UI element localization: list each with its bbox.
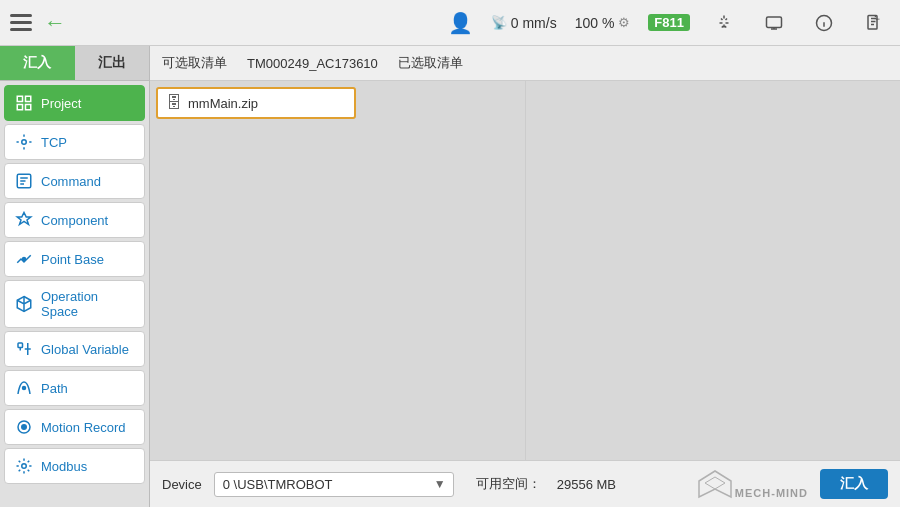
sidebar-item-project[interactable]: Project xyxy=(4,85,145,121)
sidebar-item-operation-space-label: Operation Space xyxy=(41,289,134,319)
svg-point-13 xyxy=(23,387,26,390)
sidebar: 汇入 汇出 Project TCP xyxy=(0,46,150,507)
selected-list-panel xyxy=(526,81,901,460)
sidebar-item-motion-record-label: Motion Record xyxy=(41,420,126,435)
tcp-icon xyxy=(15,133,33,151)
f811-badge: F811 xyxy=(648,14,690,31)
sidebar-item-tcp[interactable]: TCP xyxy=(4,124,145,160)
bottom-import-button[interactable]: 汇入 xyxy=(820,469,888,499)
sidebar-item-component[interactable]: Component xyxy=(4,202,145,238)
robot-icon-status: 👤 xyxy=(448,11,473,35)
grid-icon xyxy=(15,94,33,112)
sidebar-nav: Project TCP Command Component xyxy=(0,81,149,507)
content-area: 可选取清单 TM000249_AC173610 已选取清单 🗄 mmMain.z… xyxy=(150,46,900,507)
sidebar-item-tcp-label: TCP xyxy=(41,135,67,150)
svg-point-16 xyxy=(22,464,27,469)
device-select[interactable]: 0 \USB\TMROBOT xyxy=(214,472,454,497)
import-tab[interactable]: 汇入 xyxy=(0,46,75,80)
sidebar-item-point-base-label: Point Base xyxy=(41,252,104,267)
space-value: 29556 MB xyxy=(557,477,616,492)
lists-container: 🗄 mmMain.zip xyxy=(150,81,900,460)
menu-icon[interactable] xyxy=(10,14,32,31)
top-bar: ← 👤 📡 0 mm/s 100 % ⚙ F811 xyxy=(0,0,900,46)
sidebar-item-modbus-label: Modbus xyxy=(41,459,87,474)
modbus-icon xyxy=(15,457,33,475)
percent-value: 100 % xyxy=(575,15,615,31)
selected-list-label: 已选取清单 xyxy=(398,54,463,72)
bottom-bar: Device 0 \USB\TMROBOT ▼ 可用空间： 29556 MB M… xyxy=(150,460,900,507)
command-icon xyxy=(15,172,33,190)
device-id: TM000249_AC173610 xyxy=(247,56,378,71)
logo-text: MECH-MIND xyxy=(735,487,808,499)
content-header: 可选取清单 TM000249_AC173610 已选取清单 xyxy=(150,46,900,81)
available-list-panel: 🗄 mmMain.zip xyxy=(150,81,526,460)
monitor-icon[interactable] xyxy=(758,7,790,39)
info-icon[interactable] xyxy=(808,7,840,39)
svg-point-9 xyxy=(22,140,27,145)
space-label: 可用空间： xyxy=(476,475,541,493)
sidebar-item-motion-record[interactable]: Motion Record xyxy=(4,409,145,445)
export-tab[interactable]: 汇出 xyxy=(75,46,150,80)
svg-rect-6 xyxy=(26,96,31,101)
path-icon xyxy=(15,379,33,397)
svg-rect-0 xyxy=(767,17,782,28)
component-icon xyxy=(15,211,33,229)
svg-rect-12 xyxy=(18,343,23,348)
sidebar-item-modbus[interactable]: Modbus xyxy=(4,448,145,484)
main-layout: 汇入 汇出 Project TCP xyxy=(0,46,900,507)
sidebar-item-path[interactable]: Path xyxy=(4,370,145,406)
sidebar-item-component-label: Component xyxy=(41,213,108,228)
back-button[interactable]: ← xyxy=(44,10,66,36)
sidebar-item-project-label: Project xyxy=(41,96,81,111)
zip-file-icon: 🗄 xyxy=(166,94,182,112)
robot-arm-icon[interactable] xyxy=(708,7,740,39)
logo-area: MECH-MIND xyxy=(695,469,808,499)
svg-rect-7 xyxy=(17,105,22,110)
sidebar-item-command-label: Command xyxy=(41,174,101,189)
speed-status: 📡 0 mm/s xyxy=(491,15,557,31)
logo-icon xyxy=(695,469,735,499)
sidebar-item-global-variable[interactable]: Global Variable xyxy=(4,331,145,367)
percent-status: 100 % ⚙ xyxy=(575,15,631,31)
sidebar-item-operation-space[interactable]: Operation Space xyxy=(4,280,145,328)
svg-rect-8 xyxy=(26,105,31,110)
svg-point-11 xyxy=(23,258,26,261)
available-list-label: 可选取清单 xyxy=(162,54,227,72)
sidebar-item-global-variable-label: Global Variable xyxy=(41,342,129,357)
file-item[interactable]: 🗄 mmMain.zip xyxy=(156,87,356,119)
document-icon[interactable] xyxy=(858,7,890,39)
motion-record-icon xyxy=(15,418,33,436)
device-label: Device xyxy=(162,477,202,492)
file-item-name: mmMain.zip xyxy=(188,96,258,111)
badge-status: F811 xyxy=(648,14,690,31)
sidebar-item-command[interactable]: Command xyxy=(4,163,145,199)
svg-rect-5 xyxy=(17,96,22,101)
tab-buttons: 汇入 汇出 xyxy=(0,46,149,81)
svg-point-15 xyxy=(22,425,27,430)
speed-value: 0 mm/s xyxy=(511,15,557,31)
svg-marker-18 xyxy=(705,477,725,489)
status-area: 👤 📡 0 mm/s 100 % ⚙ F811 xyxy=(448,7,890,39)
sidebar-item-point-base[interactable]: Point Base xyxy=(4,241,145,277)
svg-marker-17 xyxy=(699,471,731,497)
global-variable-icon xyxy=(15,340,33,358)
device-select-container: 0 \USB\TMROBOT ▼ xyxy=(214,472,454,497)
point-base-icon xyxy=(15,250,33,268)
sidebar-item-path-label: Path xyxy=(41,381,68,396)
operation-space-icon xyxy=(15,295,33,313)
